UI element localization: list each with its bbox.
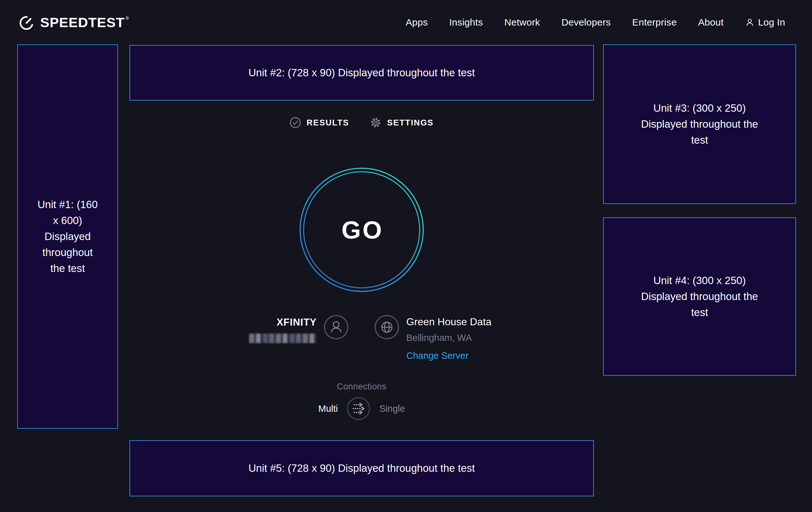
- ad-unit-4-rectangle[interactable]: Unit #4: (300 x 250) Displayed throughou…: [603, 217, 796, 376]
- server-name: Green House Data: [406, 316, 491, 328]
- connection-info-row: XFINITY: [129, 309, 594, 361]
- test-panel: RESULTS SETTINGS: [129, 0, 594, 512]
- go-button[interactable]: GO: [299, 167, 424, 292]
- login-label: Log In: [758, 17, 785, 28]
- tab-settings[interactable]: SETTINGS: [370, 116, 434, 129]
- ad-unit-3-text: Unit #3: (300 x 250) Displayed throughou…: [638, 100, 761, 148]
- globe-circle-icon: [374, 315, 399, 361]
- connections-single-option[interactable]: Single: [379, 403, 405, 414]
- nav-item-about[interactable]: About: [698, 17, 724, 28]
- brand-name: SPEEDTEST®: [40, 15, 129, 30]
- speedtest-logo[interactable]: SPEEDTEST®: [18, 14, 129, 31]
- multi-connections-toggle-icon[interactable]: [347, 397, 370, 421]
- ip-address-redacted: [249, 333, 317, 343]
- results-settings-tabs: RESULTS SETTINGS: [129, 114, 594, 132]
- login-button[interactable]: Log In: [745, 17, 785, 28]
- go-button-label: GO: [340, 215, 383, 244]
- check-circle-icon: [290, 117, 301, 128]
- ad-unit-1-skyscraper[interactable]: Unit #1: (160 x 600) Displayed throughou…: [17, 44, 118, 429]
- connections-section: Connections Multi: [129, 382, 594, 421]
- server-location: Bellingham, WA: [406, 332, 472, 343]
- user-icon: [745, 18, 755, 27]
- tab-results[interactable]: RESULTS: [290, 117, 349, 128]
- connections-label: Connections: [129, 382, 594, 392]
- ad-unit-4-text: Unit #4: (300 x 250) Displayed throughou…: [638, 273, 761, 321]
- connections-multi-option[interactable]: Multi: [318, 403, 338, 414]
- server-block: Green House Data Bellingham, WA Change S…: [362, 309, 594, 361]
- speedtest-page: SPEEDTEST® Apps Insights Network Develop…: [0, 0, 812, 512]
- tab-results-label: RESULTS: [307, 118, 349, 128]
- change-server-link[interactable]: Change Server: [406, 350, 468, 361]
- isp-name: XFINITY: [277, 317, 317, 328]
- connections-toggle-row: Multi Single: [129, 397, 594, 421]
- speedometer-gauge-icon: [18, 14, 35, 31]
- ad-unit-3-rectangle[interactable]: Unit #3: (300 x 250) Displayed throughou…: [603, 44, 796, 204]
- tab-settings-label: SETTINGS: [387, 118, 434, 128]
- nav-item-enterprise[interactable]: Enterprise: [632, 17, 677, 28]
- ad-unit-1-text: Unit #1: (160 x 600) Displayed throughou…: [35, 197, 100, 277]
- trademark-mark: ®: [126, 16, 129, 21]
- gear-icon: [370, 116, 382, 129]
- isp-block: XFINITY: [129, 309, 362, 361]
- user-circle-icon: [324, 315, 349, 361]
